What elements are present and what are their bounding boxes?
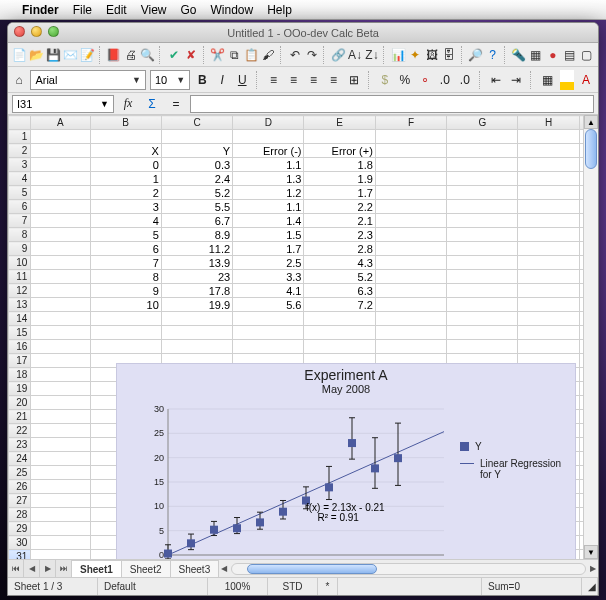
cell[interactable] [447,340,518,354]
preview-icon[interactable]: 🔍 [140,46,155,64]
cell[interactable] [579,508,583,522]
cell[interactable] [161,130,232,144]
cell[interactable] [375,242,446,256]
cell[interactable] [447,326,518,340]
row-header[interactable]: 26 [9,480,31,494]
cell[interactable]: 7 [90,256,161,270]
borders-button[interactable]: ▦ [540,70,556,90]
scroll-right-button[interactable]: ▶ [588,564,598,573]
undo-icon[interactable]: ↶ [287,46,302,64]
row-header[interactable]: 20 [9,396,31,410]
row-header[interactable]: 11 [9,270,31,284]
italic-button[interactable]: I [214,70,230,90]
percent-button[interactable]: % [397,70,413,90]
spellcheck-icon[interactable]: ✔ [167,46,182,64]
headers-icon[interactable]: ▦ [528,46,543,64]
row-header[interactable]: 15 [9,326,31,340]
cell[interactable] [375,158,446,172]
col-header[interactable]: F [375,116,446,130]
horizontal-scrollbar[interactable]: ◀ ▶ [219,560,598,577]
cut-icon[interactable]: ✂️ [210,46,225,64]
sum-button[interactable]: Σ [142,94,162,114]
cell[interactable] [447,242,518,256]
grid-icon[interactable]: ▤ [562,46,577,64]
cell[interactable]: 5 [90,228,161,242]
cell[interactable] [375,172,446,186]
minimize-button[interactable] [31,26,42,37]
cell[interactable] [447,312,518,326]
cell[interactable]: X [90,144,161,158]
cell[interactable] [518,200,579,214]
cell[interactable]: 4 [90,214,161,228]
menu-file[interactable]: File [73,3,92,17]
cell[interactable]: Error (-) [233,144,304,158]
sort-asc-icon[interactable]: A↓ [348,46,363,64]
cell[interactable] [518,270,579,284]
status-sheet[interactable]: Sheet 1 / 3 [8,578,98,595]
sort-desc-icon[interactable]: Z↓ [365,46,380,64]
cell[interactable] [579,382,583,396]
row-header[interactable]: 16 [9,340,31,354]
status-modified[interactable]: * [318,578,338,595]
styles-icon[interactable]: ⌂ [12,71,26,89]
underline-button[interactable]: U [234,70,250,90]
email-icon[interactable]: ✉️ [63,46,78,64]
row-header[interactable]: 3 [9,158,31,172]
cell[interactable]: 19.9 [161,298,232,312]
row-header[interactable]: 19 [9,382,31,396]
font-size-combo[interactable]: 10 ▼ [150,70,190,90]
scroll-down-button[interactable]: ▼ [584,545,598,559]
vertical-scrollbar[interactable]: ▲ ▼ [583,115,598,559]
cell[interactable] [31,214,90,228]
add-decimal-button[interactable]: .0 [437,70,453,90]
select-all-corner[interactable] [9,116,31,130]
function-wizard-button[interactable]: fx [118,94,138,114]
menu-help[interactable]: Help [267,3,292,17]
cell[interactable] [579,354,583,368]
cell[interactable]: 4.1 [233,284,304,298]
row-header[interactable]: 23 [9,438,31,452]
col-header[interactable]: C [161,116,232,130]
decrease-indent-button[interactable]: ⇤ [488,70,504,90]
row-header[interactable]: 2 [9,144,31,158]
cell[interactable] [518,284,579,298]
cell[interactable]: 1 [90,172,161,186]
cell[interactable] [579,186,583,200]
zoom-button[interactable] [48,26,59,37]
paste-icon[interactable]: 📋 [244,46,259,64]
cell[interactable] [31,382,90,396]
cell[interactable]: 10 [90,298,161,312]
cell[interactable] [375,214,446,228]
col-header[interactable]: G [447,116,518,130]
cell[interactable] [518,158,579,172]
gallery-icon[interactable]: 🖼 [425,46,440,64]
cell[interactable] [31,144,90,158]
currency-button[interactable]: $ [377,70,393,90]
cell[interactable] [518,130,579,144]
cell[interactable] [579,326,583,340]
cell[interactable]: 11.2 [161,242,232,256]
fontcolor-button[interactable]: A [578,70,594,90]
cell[interactable]: 23 [161,270,232,284]
menu-edit[interactable]: Edit [106,3,127,17]
cell[interactable]: 1.3 [233,172,304,186]
cell[interactable]: 2.5 [233,256,304,270]
status-sum[interactable]: Sum=0 [482,578,582,595]
cell[interactable] [90,326,161,340]
window-titlebar[interactable]: Untitled 1 - OOo-dev Calc Beta [8,23,598,43]
cell[interactable]: Y [161,144,232,158]
cell[interactable] [518,172,579,186]
cell[interactable] [31,312,90,326]
row-header[interactable]: 5 [9,186,31,200]
cell[interactable] [579,550,583,560]
col-header[interactable]: B [90,116,161,130]
cell[interactable] [447,200,518,214]
cell[interactable] [579,494,583,508]
menu-go[interactable]: Go [181,3,197,17]
cell[interactable] [579,284,583,298]
cell[interactable] [518,186,579,200]
cell[interactable] [375,340,446,354]
align-right-button[interactable]: ≡ [306,70,322,90]
cell[interactable]: 1.1 [233,158,304,172]
cell[interactable]: 1.2 [233,186,304,200]
